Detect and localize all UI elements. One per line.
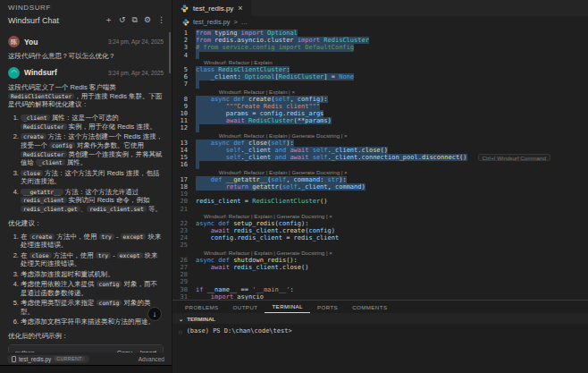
chat-context-bar: test_redis.py CURRENT Advanced bbox=[0, 352, 172, 365]
code-line[interactable]: 24 config.redis_client = redis_client bbox=[172, 234, 588, 242]
terminal-section-header[interactable]: ⌄ TERMINAL bbox=[172, 313, 588, 324]
chat-input-area[interactable] bbox=[0, 365, 172, 373]
code-line[interactable]: 27 await redis_client.close() bbox=[172, 264, 588, 271]
code-line[interactable]: 4 bbox=[172, 52, 588, 59]
code-token: () bbox=[320, 198, 327, 205]
line-content bbox=[196, 81, 199, 88]
advanced-button[interactable]: Advanced bbox=[139, 356, 164, 362]
code-line[interactable]: 29 bbox=[172, 278, 588, 285]
codelens-actions[interactable]: Windsurf: Refactor | Explain bbox=[172, 59, 588, 66]
code-line[interactable]: 13 async def close(self): bbox=[172, 140, 588, 147]
code-line[interactable]: 7 bbox=[172, 81, 588, 88]
chat-message: 陈You3:24 pm, Apr 24, 2025这段代码什么意思？可以怎么优化… bbox=[8, 36, 164, 61]
code-line[interactable]: 23 await redis_client.create(config) bbox=[172, 227, 588, 234]
inline-code-chip: close bbox=[21, 170, 43, 176]
inline-code-chip: RedisClientCluster bbox=[8, 93, 74, 99]
code-line[interactable]: 2from redis.asyncio.cluster import Redis… bbox=[172, 37, 588, 44]
windsurf-avatar: ◠ bbox=[8, 67, 20, 79]
message-paragraph: 优化建议： bbox=[8, 219, 164, 228]
panel-tab-terminal[interactable]: TERMINAL bbox=[265, 301, 310, 313]
code-token: : bbox=[237, 73, 244, 81]
code-line[interactable]: 28 bbox=[172, 271, 588, 278]
editor-tab-bar: test_redis.py × bbox=[172, 0, 588, 16]
code-token: ) bbox=[362, 183, 365, 191]
code-line[interactable]: 25 bbox=[172, 242, 588, 249]
code-line[interactable]: 17 def __getattr__(self, command: str): bbox=[172, 176, 588, 183]
code-token: str bbox=[328, 176, 340, 183]
text-segment: 考虑添加文档字符串来描述类和方法的用途。 bbox=[21, 318, 155, 326]
open-in-editor-icon[interactable]: ⧉ bbox=[131, 16, 137, 24]
code-line[interactable]: 18 return getattr(self._client, command) bbox=[172, 183, 588, 191]
history-icon[interactable]: ↺ bbox=[119, 16, 126, 24]
line-number: 31 bbox=[172, 293, 196, 300]
code-line[interactable]: 1from typing import Optional bbox=[172, 30, 588, 37]
line-content: async def shutdown_redis(): bbox=[196, 257, 298, 264]
code-token bbox=[196, 147, 226, 154]
new-chat-icon[interactable]: ＋ bbox=[105, 16, 113, 24]
code-token: close bbox=[282, 264, 301, 271]
codelens-actions[interactable]: Windsurf: Refactor | Explain | Generate … bbox=[172, 250, 588, 257]
code-token bbox=[196, 264, 211, 271]
code-line[interactable]: 14 self._client and await self._client.c… bbox=[172, 147, 588, 154]
inline-code-chip: try bbox=[99, 233, 114, 240]
inline-code-chip: config bbox=[97, 281, 122, 287]
context-file-chip[interactable]: test_redis.py CURRENT bbox=[7, 355, 89, 363]
code-token: RedisCluster bbox=[248, 117, 294, 124]
code-token: : bbox=[286, 66, 290, 73]
settings-gear-icon[interactable]: ⚙ bbox=[144, 16, 151, 24]
code-line[interactable]: 26async def shutdown_redis(): bbox=[172, 257, 588, 264]
code-line[interactable]: 3# from service.config import DefaultCon… bbox=[172, 44, 588, 51]
panel-tab-problems[interactable]: PROBLEMS bbox=[178, 301, 226, 313]
code-token: self bbox=[282, 183, 298, 191]
code-editor[interactable]: 1from typing import Optional2from redis.… bbox=[172, 28, 588, 300]
text-segment: 实例，用于存储 Redis 连接。 bbox=[67, 123, 156, 131]
line-content: # from service.config import DefaultConf… bbox=[196, 44, 354, 51]
code-token bbox=[196, 110, 226, 117]
code-line[interactable]: 20redis_client = RedisClientCluster() bbox=[172, 198, 588, 205]
list-item: close 方法：这个方法关闭 Redis 连接，包括关闭连接池。 bbox=[21, 169, 164, 187]
codelens-actions[interactable]: Windsurf: Refactor | Explain | Generate … bbox=[172, 169, 588, 176]
tab-close-icon[interactable]: × bbox=[238, 4, 242, 13]
code-line[interactable]: 31 import asyncio bbox=[172, 293, 588, 300]
codelens-actions[interactable]: Windsurf: Refactor | Explain | × bbox=[172, 89, 588, 96]
panel-tab-ports[interactable]: PORTS bbox=[310, 301, 345, 313]
code-token: await bbox=[226, 117, 245, 124]
code-line[interactable]: 12 bbox=[172, 124, 588, 131]
code-token: , bbox=[290, 96, 297, 103]
code-line[interactable]: 16 bbox=[172, 161, 588, 168]
chat-message-list[interactable]: 陈You3:24 pm, Apr 24, 2025这段代码什么意思？可以怎么优化… bbox=[0, 28, 172, 352]
code-line[interactable]: 30if __name__ == '__main__': bbox=[172, 286, 588, 293]
code-line[interactable]: 22async def setup_redis(config): bbox=[172, 220, 588, 227]
line-number: 24 bbox=[172, 234, 196, 242]
code-line[interactable]: 11 await RedisCluster(**params) bbox=[172, 117, 588, 124]
code-token: def bbox=[214, 220, 230, 227]
code-token: close bbox=[362, 147, 381, 154]
line-number: 12 bbox=[172, 124, 196, 131]
panel-tab-comments[interactable]: COMMENTS bbox=[345, 301, 394, 313]
tab-test-redis[interactable]: test_redis.py × bbox=[172, 0, 251, 16]
inline-code-chip: _client bbox=[21, 114, 50, 121]
text-segment: 属性。 bbox=[65, 158, 88, 166]
more-actions-icon[interactable]: ⋮ bbox=[157, 16, 165, 24]
code-line[interactable]: 21 bbox=[172, 206, 588, 213]
code-line[interactable]: 5class RedisClientCluster: bbox=[172, 66, 588, 73]
scroll-to-bottom-button[interactable]: ↓ bbox=[147, 307, 162, 321]
codelens-actions[interactable]: Windsurf: Refactor | Explain | Generate … bbox=[172, 132, 588, 140]
breadcrumb[interactable]: test_redis.py > … bbox=[172, 16, 588, 28]
codelens-actions[interactable]: Windsurf: Refactor | Explain | Generate … bbox=[172, 213, 588, 220]
line-number: 28 bbox=[172, 271, 196, 278]
code-line[interactable]: 10 params = config.redis_args bbox=[172, 110, 588, 117]
code-line[interactable]: 6 _client: Optional[RedisCluster] = None bbox=[172, 73, 588, 81]
inline-code-chip: config bbox=[97, 300, 122, 306]
message-header: ◠Windsurf3:24 pm, Apr 24, 2025 bbox=[8, 67, 164, 79]
code-line[interactable]: 8 async def create(self, config): bbox=[172, 96, 588, 103]
terminal-prompt-line: ○ (base) PS D:\chan\code\test> bbox=[179, 327, 582, 335]
code-line[interactable]: 15 self._client and await self._client.c… bbox=[172, 154, 588, 161]
line-number: 18 bbox=[172, 183, 196, 191]
code-line[interactable]: 19 bbox=[172, 191, 588, 198]
terminal-output[interactable]: ○ (base) PS D:\chan\code\test> bbox=[172, 324, 588, 373]
chat-scrollbar[interactable] bbox=[169, 32, 171, 73]
command-decoration-icon: ○ bbox=[179, 328, 182, 335]
code-line[interactable]: 9 """Create Redis client""" bbox=[172, 103, 588, 110]
panel-tab-output[interactable]: OUTPUT bbox=[226, 301, 265, 313]
